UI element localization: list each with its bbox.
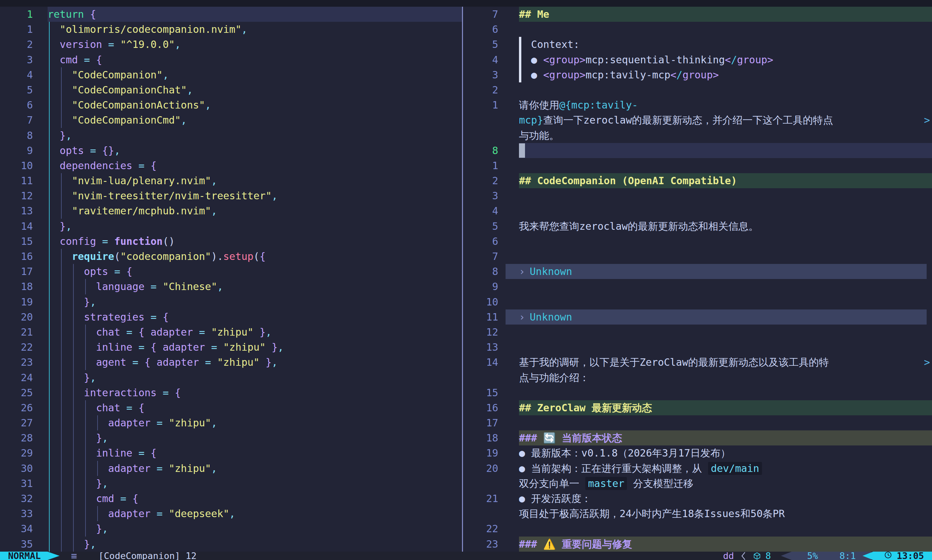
chat-line[interactable]: 17	[463, 415, 932, 431]
code-line[interactable]: 22inline = { adapter = "zhipu" },	[0, 340, 462, 355]
code-line[interactable]: 16require("codecompanion").setup({	[0, 249, 462, 264]
line-text: inline = {	[48, 447, 157, 459]
chat-line[interactable]: mcp}查询一下zeroclaw的最新更新动态，并介绍一下这个工具的特点>	[463, 112, 932, 128]
code-line[interactable]: 29inline = {	[0, 445, 462, 460]
code-line[interactable]: 23agent = { adapter = "zhipu" },	[0, 355, 462, 370]
fold-chevron-icon[interactable]: ›	[519, 311, 525, 323]
code-line[interactable]: 17opts = {	[0, 264, 462, 279]
line-number: 12	[0, 188, 48, 203]
indent-guide-scope	[49, 264, 49, 279]
line-number: 10	[0, 158, 48, 173]
code-line[interactable]: 28},	[0, 431, 462, 445]
line-content: language = "Chinese",	[48, 279, 462, 294]
chat-line[interactable]: 9	[463, 279, 932, 294]
code-line[interactable]: 1return {	[0, 7, 462, 22]
chat-line[interactable]: 20● 当前架构：正在进行重大架构调整，从 dev/main	[463, 461, 932, 476]
code-line[interactable]: 35},	[0, 537, 462, 552]
code-line[interactable]: 9opts = {},	[0, 143, 462, 158]
code-line[interactable]: 24},	[0, 370, 462, 385]
chat-line[interactable]: 12	[463, 325, 932, 340]
chat-line[interactable]: 4	[463, 203, 932, 218]
chat-line[interactable]: 2	[463, 82, 932, 97]
code-line[interactable]: 30adapter = "zhipu",	[0, 461, 462, 476]
buffer-name-label: [CodeCompanion] 12	[99, 552, 197, 560]
line-content: strategies = {	[48, 309, 462, 325]
code-line[interactable]: 8},	[0, 128, 462, 143]
code-line[interactable]: 21chat = { adapter = "zhipu" },	[0, 325, 462, 340]
code-line[interactable]: 15config = function()	[0, 234, 462, 249]
tabline	[0, 0, 932, 7]
codecompanion-chat-buffer[interactable]: 7## Me65Context:4● <group>mcp:sequential…	[463, 7, 932, 552]
chat-line[interactable]: 11›Unknown	[463, 309, 932, 325]
fold-chevron-icon[interactable]: ›	[519, 266, 525, 277]
code-line[interactable]: 25interactions = {	[0, 385, 462, 400]
chat-line[interactable]: 8›Unknown	[463, 264, 932, 279]
line-text: "CodeCompanionActions",	[48, 99, 211, 111]
chat-line[interactable]: 22	[463, 521, 932, 536]
code-line[interactable]: 31},	[0, 476, 462, 491]
chat-line[interactable]: 19● 最新版本：v0.1.8（2026年3月17日发布）	[463, 445, 932, 460]
chat-line[interactable]: 13	[463, 340, 932, 355]
code-line[interactable]: 33adapter = "deepseek",	[0, 506, 462, 521]
code-line[interactable]: 14},	[0, 219, 462, 234]
chat-line[interactable]: 点与功能介绍：	[463, 370, 932, 385]
line-number: 2	[0, 37, 48, 52]
chat-line[interactable]: 6	[463, 22, 932, 37]
code-line[interactable]: 19},	[0, 294, 462, 309]
chat-line[interactable]: 10	[463, 294, 932, 309]
lua-config-buffer[interactable]: 1return {1"olimorris/codecompanion.nvim"…	[0, 7, 462, 552]
chat-line[interactable]: 1请你使用@{mcp:tavily-	[463, 97, 932, 112]
menu-icon[interactable]: ≡	[71, 552, 77, 560]
chat-line[interactable]: 4● <group>mcp:sequential-thinking</group…	[463, 52, 932, 67]
code-line[interactable]: 12"nvim-treesitter/nvim-treesitter",	[0, 188, 462, 203]
code-line[interactable]: 20strategies = {	[0, 309, 462, 325]
chat-line[interactable]: 21● 开发活跃度：	[463, 491, 932, 506]
chat-line[interactable]: 5我来帮您查询zeroclaw的最新更新动态和相关信息。	[463, 219, 932, 234]
line-text: language = "Chinese",	[48, 281, 223, 292]
code-line[interactable]: 10dependencies = {	[0, 158, 462, 173]
chat-line[interactable]: 项目处于极高活跃期，24小时内产生18条Issues和50条PR	[463, 506, 932, 521]
code-line[interactable]: 6"CodeCompanionActions",	[0, 97, 462, 112]
chat-line[interactable]: 7	[463, 249, 932, 264]
chat-line[interactable]: 8	[463, 143, 932, 158]
code-line[interactable]: 5"CodeCompanionChat",	[0, 82, 462, 97]
chat-line[interactable]: 1	[463, 158, 932, 173]
chat-line[interactable]: 16## ZeroClaw 最新更新动态	[463, 400, 932, 415]
indent-guide	[61, 112, 62, 128]
chat-line[interactable]: 6	[463, 234, 932, 249]
line-number: 2	[463, 82, 519, 97]
chat-line[interactable]: 3● <group>mcp:tavily-mcp</group>	[463, 67, 932, 82]
chat-line[interactable]: 与功能。	[463, 128, 932, 143]
code-line[interactable]: 26chat = {	[0, 400, 462, 415]
line-content	[519, 234, 932, 249]
code-line[interactable]: 2version = "^19.0.0",	[0, 37, 462, 52]
indent-guide	[85, 491, 86, 506]
chat-line[interactable]: 5Context:	[463, 37, 932, 52]
indent-guide	[73, 370, 74, 385]
chat-line[interactable]: 3	[463, 188, 932, 203]
indent-guide-scope	[49, 294, 49, 309]
indent-guide	[61, 82, 62, 97]
chat-line[interactable]: 15	[463, 385, 932, 400]
indent-guide-scope	[49, 249, 49, 264]
chat-line[interactable]: 2## CodeCompanion (OpenAI Compatible)	[463, 173, 932, 188]
code-line[interactable]: 3cmd = {	[0, 52, 462, 67]
code-line[interactable]: 34},	[0, 521, 462, 536]
code-line[interactable]: 27adapter = "zhipu",	[0, 415, 462, 431]
code-line[interactable]: 32cmd = {	[0, 491, 462, 506]
code-line[interactable]: 11"nvim-lua/plenary.nvim",	[0, 173, 462, 188]
code-line[interactable]: 1"olimorris/codecompanion.nvim",	[0, 22, 462, 37]
code-line[interactable]: 13"ravitemer/mcphub.nvim",	[0, 203, 462, 218]
chat-line[interactable]: 双分支向单一 master 分支模型迁移	[463, 476, 932, 491]
code-line[interactable]: 4"CodeCompanion",	[0, 67, 462, 82]
chat-line[interactable]: 7## Me	[463, 7, 932, 22]
line-content: opts = {	[48, 264, 462, 279]
package-icon	[753, 552, 761, 560]
indent-guide	[85, 461, 86, 476]
code-line[interactable]: 18language = "Chinese",	[0, 279, 462, 294]
chat-line[interactable]: 14基于我的调研，以下是关于ZeroClaw的最新更新动态以及该工具的特>	[463, 355, 932, 370]
code-line[interactable]: 7"CodeCompanionCmd",	[0, 112, 462, 128]
chat-line[interactable]: 23### ⚠️ 重要问题与修复	[463, 537, 932, 552]
chat-line[interactable]: 18### 🔄 当前版本状态	[463, 431, 932, 445]
line-text: inline = { adapter = "zhipu" },	[48, 341, 284, 353]
